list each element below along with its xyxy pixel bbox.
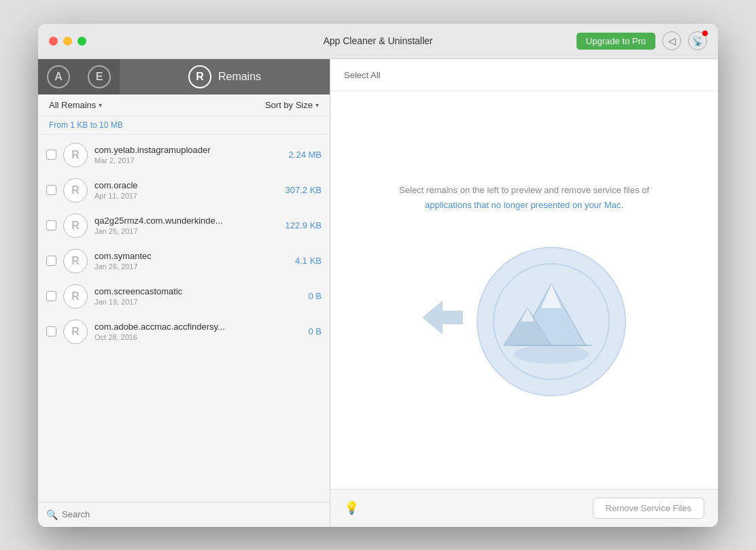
- item-icon-1: R: [63, 178, 88, 203]
- size-range-to: 10 MB: [99, 120, 123, 130]
- remains-list: R com.yelab.instagramuploader Mar 2, 201…: [38, 135, 330, 502]
- titlebar: App Cleaner & Uninstaller Upgrade to Pro…: [38, 24, 718, 59]
- size-range-prefix: From: [49, 120, 70, 130]
- remove-service-files-button[interactable]: Remove Service Files: [593, 498, 704, 519]
- window-title: App Cleaner & Uninstaller: [323, 35, 432, 46]
- arrow-left-icon: [422, 300, 463, 343]
- left-panel: A E R Remains All Remains: [38, 59, 330, 527]
- svg-marker-0: [422, 300, 463, 334]
- tab-remains-label: Remains: [218, 71, 261, 83]
- right-header: Select All: [330, 59, 718, 91]
- tab-edit[interactable]: E: [79, 59, 120, 94]
- app-logo: [477, 247, 626, 396]
- window-controls: [49, 37, 86, 46]
- item-checkbox-0[interactable]: [46, 150, 56, 160]
- titlebar-actions: Upgrade to Pro ◁ 📡: [577, 31, 707, 50]
- search-bar: 🔍: [38, 502, 330, 527]
- item-info-4: com.screencastomatic Jan 19, 2017: [94, 286, 301, 306]
- list-item[interactable]: R com.yelab.instagramuploader Mar 2, 201…: [38, 137, 330, 173]
- upgrade-button[interactable]: Upgrade to Pro: [577, 33, 655, 50]
- item-size-5: 0 B: [308, 326, 322, 337]
- item-date-0: Mar 2, 2017: [94, 156, 282, 165]
- hint-line2: applications that no longer presented on…: [399, 198, 649, 213]
- size-range-from: 1 KB: [70, 120, 88, 130]
- item-name-2: qa2g25rmz4.com.wunderkinde...: [94, 216, 279, 226]
- filter-bar: All Remains ▾ Sort by Size ▾: [38, 94, 330, 116]
- item-icon-0: R: [63, 143, 88, 167]
- item-name-4: com.screencastomatic: [94, 286, 301, 296]
- item-info-3: com.symantec Jan 26, 2017: [94, 251, 288, 271]
- app-window: App Cleaner & Uninstaller Upgrade to Pro…: [38, 24, 718, 527]
- close-button[interactable]: [49, 37, 58, 46]
- list-item[interactable]: R com.adobe.accmac.accfindersy... Oct 28…: [38, 314, 330, 349]
- sort-label: Sort by Size: [265, 100, 313, 110]
- lightbulb-icon: 💡: [344, 500, 359, 515]
- item-date-2: Jan 25, 2017: [94, 227, 279, 235]
- item-size-1: 307.2 KB: [286, 185, 322, 195]
- tab-edit-icon: E: [88, 65, 111, 88]
- minimize-button[interactable]: [63, 37, 72, 46]
- sort-dropdown[interactable]: Sort by Size ▾: [265, 100, 319, 110]
- tab-remains-icon: R: [188, 65, 211, 88]
- svg-point-2: [514, 345, 589, 364]
- back-icon[interactable]: ◁: [662, 31, 681, 50]
- item-checkbox-4[interactable]: [46, 291, 56, 301]
- illustration: [422, 247, 626, 396]
- item-icon-4: R: [63, 284, 88, 309]
- item-date-4: Jan 19, 2017: [94, 298, 301, 306]
- item-size-4: 0 B: [308, 291, 322, 301]
- item-info-1: com.oracle Apr 11, 2017: [94, 180, 279, 200]
- size-range-header: From 1 KB to 10 MB: [38, 116, 330, 135]
- item-info-5: com.adobe.accmac.accfindersy... Oct 28, …: [94, 322, 301, 341]
- item-info-2: qa2g25rmz4.com.wunderkinde... Jan 25, 20…: [94, 216, 279, 235]
- item-name-1: com.oracle: [94, 180, 279, 190]
- search-input[interactable]: [62, 509, 322, 519]
- item-name-3: com.symantec: [94, 251, 288, 261]
- notification-icon[interactable]: 📡: [688, 31, 707, 50]
- tab-apps[interactable]: A: [38, 59, 79, 94]
- notification-badge: [702, 31, 708, 36]
- right-body: Select remains on the left to preview an…: [330, 91, 718, 489]
- hint-line1: Select remains on the left to preview an…: [399, 183, 649, 198]
- list-item[interactable]: R com.symantec Jan 26, 2017 4.1 KB: [38, 243, 330, 279]
- select-all-button[interactable]: Select All: [344, 70, 380, 80]
- item-date-5: Oct 28, 2016: [94, 333, 301, 341]
- maximize-button[interactable]: [78, 37, 86, 46]
- item-info-0: com.yelab.instagramuploader Mar 2, 2017: [94, 145, 282, 165]
- item-date-3: Jan 26, 2017: [94, 262, 288, 271]
- all-remains-dropdown[interactable]: All Remains ▾: [49, 100, 102, 110]
- hint-text: Select remains on the left to preview an…: [399, 183, 649, 213]
- item-size-3: 4.1 KB: [295, 256, 322, 266]
- item-date-1: Apr 11, 2017: [94, 192, 279, 200]
- search-icon: 🔍: [46, 509, 58, 520]
- size-range-middle: to: [88, 120, 99, 130]
- list-item[interactable]: R qa2g25rmz4.com.wunderkinde... Jan 25, …: [38, 208, 330, 243]
- item-name-5: com.adobe.accmac.accfindersy...: [94, 322, 301, 332]
- tab-remains[interactable]: R Remains: [120, 59, 330, 94]
- item-icon-2: R: [63, 213, 88, 238]
- item-checkbox-2[interactable]: [46, 220, 56, 230]
- main-content: A E R Remains All Remains: [38, 59, 718, 527]
- item-icon-3: R: [63, 249, 88, 273]
- item-checkbox-5[interactable]: [46, 326, 56, 337]
- tab-bar: A E R Remains: [38, 59, 330, 94]
- item-icon-5: R: [63, 320, 88, 344]
- dropdown-arrow-icon: ▾: [99, 101, 102, 109]
- list-item[interactable]: R com.oracle Apr 11, 2017 307.2 KB: [38, 173, 330, 208]
- item-checkbox-1[interactable]: [46, 185, 56, 195]
- item-size-0: 2.24 MB: [289, 150, 322, 160]
- item-checkbox-3[interactable]: [46, 256, 56, 266]
- list-item[interactable]: R com.screencastomatic Jan 19, 2017 0 B: [38, 279, 330, 314]
- all-remains-label: All Remains: [49, 100, 96, 110]
- item-size-2: 122.9 KB: [286, 220, 322, 230]
- item-name-0: com.yelab.instagramuploader: [94, 145, 282, 155]
- tab-apps-icon: A: [47, 65, 70, 88]
- right-panel: Select All Select remains on the left to…: [330, 59, 718, 527]
- sort-arrow-icon: ▾: [315, 101, 319, 109]
- bottom-bar: 💡 Remove Service Files: [330, 489, 718, 527]
